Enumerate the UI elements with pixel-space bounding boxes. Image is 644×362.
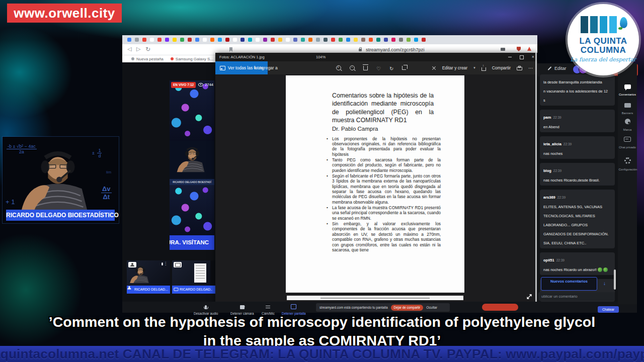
tab-favicon[interactable] <box>422 38 426 42</box>
chat-scrollbar[interactable] <box>614 269 616 290</box>
tab-favicon[interactable] <box>331 38 335 42</box>
tab-favicon[interactable] <box>271 38 275 42</box>
tab-favicon[interactable] <box>233 38 237 42</box>
tab-favicon[interactable] <box>225 38 229 42</box>
favorite-icon[interactable] <box>376 63 381 72</box>
live-preview-strip[interactable]: EN VIVO 7:12 2744 RICARDO DELGADO BIOEST… <box>170 80 214 250</box>
tab-favicon[interactable] <box>354 38 358 42</box>
tab-favicon[interactable] <box>278 38 282 42</box>
tab-favicon[interactable] <box>173 38 177 42</box>
tab-favicon[interactable] <box>240 38 245 42</box>
tab-favicon[interactable] <box>376 38 380 42</box>
tab-favicon[interactable] <box>210 38 214 42</box>
chat-text: nas noches Ricardo un abrazo!! <box>543 267 597 272</box>
tab-favicon[interactable] <box>248 38 252 42</box>
chat-input[interactable] <box>538 292 615 301</box>
document-bullet: La fase acuosa de la muestra COMIRNATY R… <box>332 205 441 221</box>
person-chip-icon[interactable] <box>128 262 136 267</box>
tab-favicon[interactable] <box>135 38 139 42</box>
tab-favicon[interactable] <box>361 38 365 42</box>
browser-tab-strip[interactable] <box>122 35 537 44</box>
tab-favicon[interactable] <box>414 38 418 42</box>
hide-notice-button[interactable]: Ocultar <box>426 306 437 309</box>
tab-favicon[interactable] <box>316 38 320 42</box>
edit-create-icon[interactable] <box>432 66 436 70</box>
formula-delta: ΔvΔt <box>101 185 112 201</box>
rotate-icon[interactable] <box>389 63 393 72</box>
red-action-pill[interactable] <box>482 304 518 311</box>
sidebar-item[interactable]: Chat privado <box>618 135 637 149</box>
tab-favicon[interactable] <box>369 38 373 42</box>
new-comments-button[interactable]: Nuevos comentarios ↓ <box>541 277 597 291</box>
settings-icon <box>624 157 631 164</box>
share-icon[interactable] <box>481 67 486 71</box>
minimize-icon[interactable] <box>508 57 512 57</box>
shield-extension-icon[interactable] <box>517 47 521 51</box>
photos-titlebar[interactable]: Fotos: ACLARACIÓN 1.jpg 104% × <box>215 53 537 61</box>
warning-extension-icon[interactable] <box>527 47 531 51</box>
kebab-menu-icon[interactable]: ⋮ <box>164 261 168 266</box>
document-bullets: Los proponentes de la hipótesis no prese… <box>332 136 441 253</box>
reload-icon[interactable]: ↻ <box>145 46 150 53</box>
chat-text: la desde Barranquilla zombielandia n vac… <box>543 80 608 103</box>
tab-favicon[interactable] <box>127 38 131 42</box>
crop-icon[interactable] <box>402 66 406 70</box>
zoom-out-icon[interactable] <box>350 65 355 70</box>
close-icon[interactable]: × <box>532 53 534 61</box>
chat-message: la desde Barranquilla zombielandia n vac… <box>540 74 615 106</box>
tab-favicon[interactable] <box>384 38 388 42</box>
tab-favicon[interactable] <box>142 38 146 42</box>
url-bar[interactable]: streamyard.com/zgcr6h7pzi <box>366 47 425 52</box>
tab-favicon[interactable] <box>346 38 350 42</box>
edit-create-button[interactable]: Editar y crear <box>442 65 468 70</box>
chat-button[interactable]: Chatear <box>598 306 619 313</box>
tab-favicon[interactable] <box>301 38 305 42</box>
scene-thumb-screen[interactable]: RICARDO DELGAD.. <box>172 260 215 294</box>
tab-favicon[interactable] <box>195 38 199 42</box>
tab-favicon[interactable] <box>256 38 260 42</box>
brand-icon <box>625 119 630 124</box>
tab-favicon[interactable] <box>407 38 411 42</box>
maximize-icon[interactable] <box>520 55 524 59</box>
bookmark-item[interactable]: Nueva pestaña <box>131 57 164 61</box>
sidebar-item[interactable]: Configuración <box>618 157 637 171</box>
mic-icon[interactable] <box>162 262 163 265</box>
tab-favicon[interactable] <box>150 38 154 42</box>
tab-favicon[interactable] <box>263 38 267 42</box>
camera-extension-icon[interactable] <box>501 48 505 51</box>
back-icon[interactable]: ◁ <box>127 46 131 52</box>
tab-favicon[interactable] <box>339 38 343 42</box>
sidebar-item[interactable]: Banners <box>618 101 637 115</box>
tab-favicon[interactable] <box>293 38 297 42</box>
chevron-down-icon[interactable]: ▾ <box>473 66 475 70</box>
more-icon[interactable]: ⋯ <box>528 65 533 71</box>
sidebar-item[interactable]: Comentarios <box>618 82 637 96</box>
expand-icon[interactable] <box>526 294 532 300</box>
tab-favicon[interactable] <box>203 38 207 42</box>
sidebar-item[interactable]: Marca <box>618 117 637 131</box>
scene-thumb-camera[interactable]: ⋮ RICARDO DELGAD... <box>127 260 170 294</box>
share-button[interactable]: Compartir <box>492 65 511 70</box>
tab-favicon[interactable] <box>165 38 169 42</box>
monitor-chip-icon[interactable] <box>174 262 182 267</box>
edit-broadcast-button[interactable]: Editar <box>547 66 567 71</box>
bookmark-icon[interactable] <box>229 47 232 52</box>
document-bullet: Los proponentes de la hipótesis no prese… <box>332 136 441 157</box>
stop-sharing-button[interactable]: Dejar de compartir <box>391 305 424 311</box>
tab-favicon[interactable] <box>324 38 328 42</box>
zoom-in-icon[interactable] <box>336 65 341 70</box>
add-to-button[interactable]: + Agregar a <box>254 61 278 74</box>
delete-icon[interactable] <box>363 66 368 70</box>
bookmark-item[interactable]: Samsung Galaxy S... <box>171 57 213 61</box>
print-icon[interactable] <box>517 67 522 70</box>
tab-favicon[interactable] <box>399 38 403 42</box>
forward-icon[interactable]: ▷ <box>136 46 140 52</box>
tab-favicon[interactable] <box>286 38 290 42</box>
tab-favicon[interactable] <box>157 38 162 42</box>
sidebar-item-label: Configuración <box>619 167 636 170</box>
tab-favicon[interactable] <box>180 38 184 42</box>
tab-favicon[interactable] <box>218 38 222 42</box>
tab-favicon[interactable] <box>391 38 395 42</box>
tab-favicon[interactable] <box>188 38 192 42</box>
tab-favicon[interactable] <box>308 38 312 42</box>
